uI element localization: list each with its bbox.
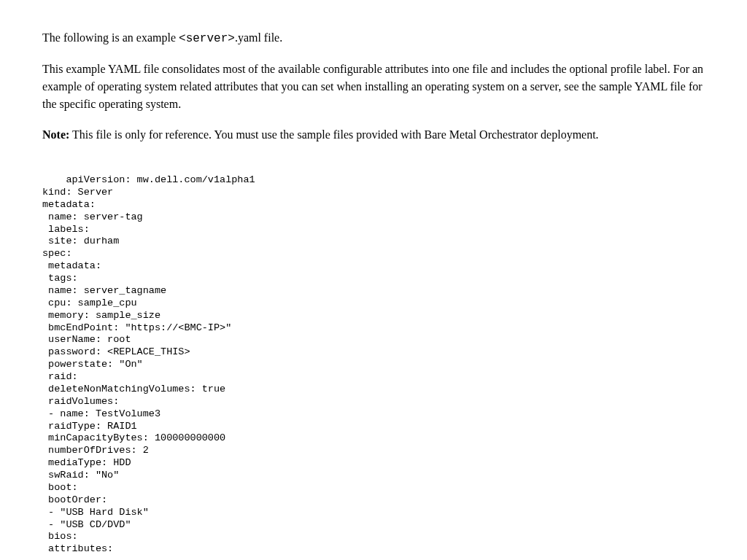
note-label: Note:: [42, 128, 69, 141]
intro-paragraph: The following is an example <server>.yam…: [42, 29, 705, 47]
note-paragraph: Note: This file is only for reference. Y…: [42, 126, 705, 144]
intro-code: <server>: [179, 32, 235, 45]
intro-prefix: The following is an example: [42, 31, 179, 44]
intro-suffix: .yaml file.: [235, 31, 282, 44]
description-paragraph: This example YAML file consolidates most…: [42, 61, 705, 113]
note-text: This file is only for reference. You mus…: [69, 128, 598, 141]
yaml-code-block: apiVersion: mw.dell.com/v1alpha1 kind: S…: [42, 161, 705, 556]
